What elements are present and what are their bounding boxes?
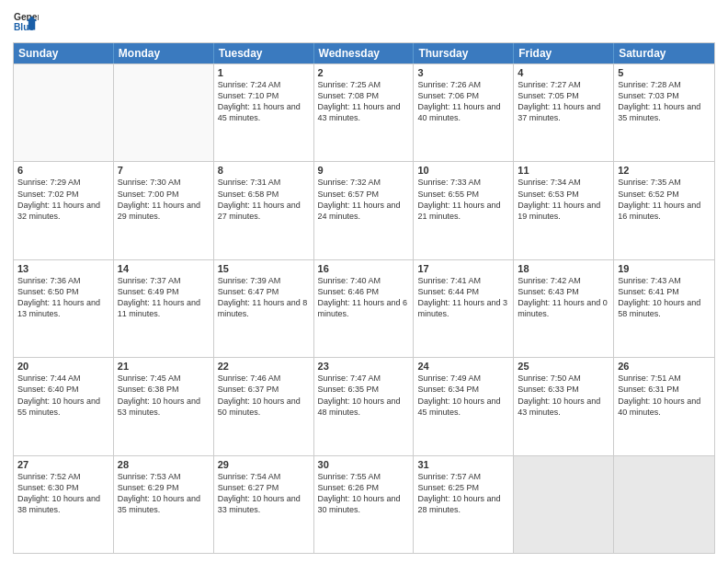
day-number: 7 bbox=[118, 165, 210, 176]
calendar-cell: 24Sunrise: 7:49 AM Sunset: 6:34 PM Dayli… bbox=[414, 358, 514, 454]
day-number: 12 bbox=[618, 165, 711, 176]
logo: General Blue bbox=[13, 9, 39, 35]
calendar-cell: 14Sunrise: 7:37 AM Sunset: 6:49 PM Dayli… bbox=[114, 260, 214, 357]
day-number: 22 bbox=[218, 361, 310, 372]
calendar-cell: 18Sunrise: 7:42 AM Sunset: 6:43 PM Dayli… bbox=[514, 260, 614, 357]
cell-info: Sunrise: 7:29 AM Sunset: 7:02 PM Dayligh… bbox=[17, 177, 109, 222]
day-number: 23 bbox=[318, 361, 410, 372]
cell-info: Sunrise: 7:44 AM Sunset: 6:40 PM Dayligh… bbox=[17, 373, 109, 418]
day-number: 25 bbox=[518, 361, 609, 372]
header-day-monday: Monday bbox=[114, 43, 214, 63]
calendar-cell: 20Sunrise: 7:44 AM Sunset: 6:40 PM Dayli… bbox=[14, 358, 114, 454]
calendar-header-row: SundayMondayTuesdayWednesdayThursdayFrid… bbox=[14, 43, 714, 63]
cell-info: Sunrise: 7:30 AM Sunset: 7:00 PM Dayligh… bbox=[118, 177, 210, 222]
cell-info: Sunrise: 7:27 AM Sunset: 7:05 PM Dayligh… bbox=[518, 79, 609, 124]
header-day-thursday: Thursday bbox=[414, 43, 514, 63]
day-number: 10 bbox=[417, 165, 509, 176]
calendar-cell: 9Sunrise: 7:32 AM Sunset: 6:57 PM Daylig… bbox=[314, 162, 415, 259]
calendar-cell: 16Sunrise: 7:40 AM Sunset: 6:46 PM Dayli… bbox=[314, 260, 415, 357]
day-number: 17 bbox=[417, 263, 509, 274]
day-number: 28 bbox=[118, 459, 210, 470]
day-number: 19 bbox=[618, 263, 711, 274]
day-number: 2 bbox=[318, 67, 410, 78]
calendar-cell: 29Sunrise: 7:54 AM Sunset: 6:27 PM Dayli… bbox=[214, 456, 314, 553]
cell-info: Sunrise: 7:36 AM Sunset: 6:50 PM Dayligh… bbox=[17, 275, 109, 320]
calendar-row-4: 20Sunrise: 7:44 AM Sunset: 6:40 PM Dayli… bbox=[14, 357, 714, 454]
day-number: 21 bbox=[118, 361, 210, 372]
cell-info: Sunrise: 7:40 AM Sunset: 6:46 PM Dayligh… bbox=[318, 275, 410, 320]
cell-info: Sunrise: 7:39 AM Sunset: 6:47 PM Dayligh… bbox=[218, 275, 310, 320]
calendar-cell: 15Sunrise: 7:39 AM Sunset: 6:47 PM Dayli… bbox=[214, 260, 314, 357]
calendar-cell: 6Sunrise: 7:29 AM Sunset: 7:02 PM Daylig… bbox=[14, 162, 114, 259]
calendar-cell: 22Sunrise: 7:46 AM Sunset: 6:37 PM Dayli… bbox=[214, 358, 314, 454]
day-number: 6 bbox=[17, 165, 109, 176]
calendar-cell: 23Sunrise: 7:47 AM Sunset: 6:35 PM Dayli… bbox=[314, 358, 415, 454]
cell-info: Sunrise: 7:26 AM Sunset: 7:06 PM Dayligh… bbox=[417, 79, 509, 124]
cell-info: Sunrise: 7:28 AM Sunset: 7:03 PM Dayligh… bbox=[618, 79, 711, 124]
calendar-cell: 30Sunrise: 7:55 AM Sunset: 6:26 PM Dayli… bbox=[314, 456, 415, 553]
day-number: 1 bbox=[218, 67, 310, 78]
cell-info: Sunrise: 7:37 AM Sunset: 6:49 PM Dayligh… bbox=[118, 275, 210, 320]
day-number: 9 bbox=[318, 165, 410, 176]
cell-info: Sunrise: 7:43 AM Sunset: 6:41 PM Dayligh… bbox=[618, 275, 711, 320]
day-number: 18 bbox=[518, 263, 609, 274]
calendar-cell: 19Sunrise: 7:43 AM Sunset: 6:41 PM Dayli… bbox=[614, 260, 714, 357]
day-number: 5 bbox=[618, 67, 711, 78]
calendar-cell: 10Sunrise: 7:33 AM Sunset: 6:55 PM Dayli… bbox=[414, 162, 514, 259]
calendar-cell: 11Sunrise: 7:34 AM Sunset: 6:53 PM Dayli… bbox=[514, 162, 614, 259]
calendar-cell bbox=[614, 456, 714, 553]
day-number: 27 bbox=[17, 459, 109, 470]
calendar-cell: 5Sunrise: 7:28 AM Sunset: 7:03 PM Daylig… bbox=[614, 64, 714, 161]
calendar-cell bbox=[14, 64, 114, 161]
cell-info: Sunrise: 7:52 AM Sunset: 6:30 PM Dayligh… bbox=[17, 471, 109, 516]
cell-info: Sunrise: 7:24 AM Sunset: 7:10 PM Dayligh… bbox=[218, 79, 310, 124]
header-day-tuesday: Tuesday bbox=[214, 43, 314, 63]
calendar-cell: 1Sunrise: 7:24 AM Sunset: 7:10 PM Daylig… bbox=[214, 64, 314, 161]
calendar-cell bbox=[114, 64, 214, 161]
calendar-cell: 2Sunrise: 7:25 AM Sunset: 7:08 PM Daylig… bbox=[314, 64, 415, 161]
cell-info: Sunrise: 7:49 AM Sunset: 6:34 PM Dayligh… bbox=[417, 373, 509, 418]
day-number: 3 bbox=[417, 67, 509, 78]
calendar-row-5: 27Sunrise: 7:52 AM Sunset: 6:30 PM Dayli… bbox=[14, 455, 714, 553]
cell-info: Sunrise: 7:54 AM Sunset: 6:27 PM Dayligh… bbox=[218, 471, 310, 516]
calendar-cell: 28Sunrise: 7:53 AM Sunset: 6:29 PM Dayli… bbox=[114, 456, 214, 553]
cell-info: Sunrise: 7:25 AM Sunset: 7:08 PM Dayligh… bbox=[318, 79, 410, 124]
calendar-row-2: 6Sunrise: 7:29 AM Sunset: 7:02 PM Daylig… bbox=[14, 161, 714, 259]
day-number: 14 bbox=[118, 263, 210, 274]
cell-info: Sunrise: 7:42 AM Sunset: 6:43 PM Dayligh… bbox=[518, 275, 609, 320]
cell-info: Sunrise: 7:57 AM Sunset: 6:25 PM Dayligh… bbox=[417, 471, 509, 516]
page: General Blue SundayMondayTuesdayWednesda… bbox=[0, 0, 728, 563]
cell-info: Sunrise: 7:47 AM Sunset: 6:35 PM Dayligh… bbox=[318, 373, 410, 418]
header: General Blue bbox=[13, 9, 715, 35]
day-number: 11 bbox=[518, 165, 609, 176]
cell-info: Sunrise: 7:50 AM Sunset: 6:33 PM Dayligh… bbox=[518, 373, 609, 418]
header-day-saturday: Saturday bbox=[614, 43, 714, 63]
calendar-cell bbox=[514, 456, 614, 553]
calendar-cell: 27Sunrise: 7:52 AM Sunset: 6:30 PM Dayli… bbox=[14, 456, 114, 553]
calendar-cell: 26Sunrise: 7:51 AM Sunset: 6:31 PM Dayli… bbox=[614, 358, 714, 454]
header-day-wednesday: Wednesday bbox=[314, 43, 415, 63]
cell-info: Sunrise: 7:35 AM Sunset: 6:52 PM Dayligh… bbox=[618, 177, 711, 222]
calendar: SundayMondayTuesdayWednesdayThursdayFrid… bbox=[13, 42, 715, 554]
calendar-row-1: 1Sunrise: 7:24 AM Sunset: 7:10 PM Daylig… bbox=[14, 63, 714, 161]
day-number: 16 bbox=[318, 263, 410, 274]
day-number: 4 bbox=[518, 67, 609, 78]
day-number: 24 bbox=[417, 361, 509, 372]
cell-info: Sunrise: 7:55 AM Sunset: 6:26 PM Dayligh… bbox=[318, 471, 410, 516]
day-number: 13 bbox=[17, 263, 109, 274]
cell-info: Sunrise: 7:45 AM Sunset: 6:38 PM Dayligh… bbox=[118, 373, 210, 418]
header-day-sunday: Sunday bbox=[14, 43, 114, 63]
day-number: 29 bbox=[218, 459, 310, 470]
calendar-body: 1Sunrise: 7:24 AM Sunset: 7:10 PM Daylig… bbox=[14, 63, 714, 553]
logo-icon: General Blue bbox=[13, 9, 39, 35]
calendar-cell: 8Sunrise: 7:31 AM Sunset: 6:58 PM Daylig… bbox=[214, 162, 314, 259]
cell-info: Sunrise: 7:41 AM Sunset: 6:44 PM Dayligh… bbox=[417, 275, 509, 320]
calendar-cell: 4Sunrise: 7:27 AM Sunset: 7:05 PM Daylig… bbox=[514, 64, 614, 161]
cell-info: Sunrise: 7:51 AM Sunset: 6:31 PM Dayligh… bbox=[618, 373, 711, 418]
cell-info: Sunrise: 7:53 AM Sunset: 6:29 PM Dayligh… bbox=[118, 471, 210, 516]
calendar-cell: 17Sunrise: 7:41 AM Sunset: 6:44 PM Dayli… bbox=[414, 260, 514, 357]
day-number: 30 bbox=[318, 459, 410, 470]
header-day-friday: Friday bbox=[514, 43, 614, 63]
calendar-cell: 12Sunrise: 7:35 AM Sunset: 6:52 PM Dayli… bbox=[614, 162, 714, 259]
day-number: 20 bbox=[17, 361, 109, 372]
